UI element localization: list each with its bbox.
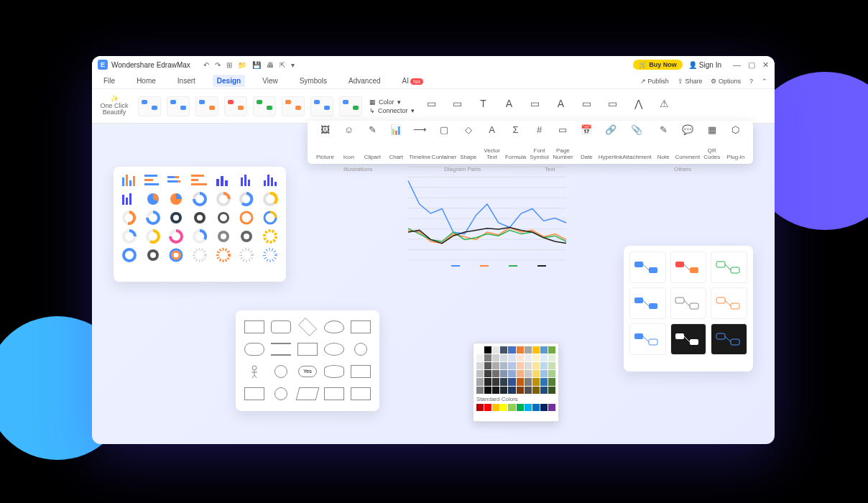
mini-chart[interactable]	[191, 173, 208, 188]
icon-button[interactable]: ☺Icon	[337, 124, 361, 160]
color-swatch[interactable]	[532, 354, 540, 361]
flow-style-5[interactable]	[253, 96, 276, 116]
tab-advanced[interactable]: Advanced	[344, 75, 384, 87]
color-swatch[interactable]	[525, 362, 532, 369]
color-swatch[interactable]	[508, 370, 515, 377]
color-swatch[interactable]	[484, 404, 491, 411]
mini-donut[interactable]	[121, 248, 138, 262]
color-swatch[interactable]	[500, 362, 507, 369]
tab-home[interactable]: Home	[132, 75, 160, 87]
sign-in-button[interactable]: 👤 Sign In	[688, 61, 721, 69]
page5-icon[interactable]: ▭	[604, 98, 622, 115]
color-swatch[interactable]	[525, 354, 532, 361]
tab-symbols[interactable]: Symbols	[295, 75, 331, 87]
mini-pie[interactable]	[144, 192, 162, 206]
timeline-button[interactable]: ⟶Timeline	[408, 124, 432, 160]
mini-donut[interactable]	[191, 211, 208, 225]
mini-donut[interactable]	[191, 192, 208, 206]
mini-donut[interactable]	[238, 192, 255, 206]
mini-donut[interactable]	[121, 229, 138, 244]
flow-style-3[interactable]	[195, 96, 218, 116]
flow-style-1[interactable]	[138, 96, 161, 116]
color-swatch[interactable]	[492, 346, 499, 354]
theme-item[interactable]	[629, 323, 666, 355]
flow-style-4[interactable]	[224, 96, 247, 116]
color-swatch[interactable]	[525, 370, 532, 377]
color-swatch[interactable]	[540, 346, 548, 354]
more-icon[interactable]: ▾	[291, 61, 295, 69]
mini-donut[interactable]	[215, 192, 232, 206]
color-swatch[interactable]	[508, 404, 515, 411]
color-swatch[interactable]	[548, 387, 555, 394]
color-swatch[interactable]	[492, 362, 499, 369]
color-swatch[interactable]	[517, 354, 524, 361]
color-swatch[interactable]	[540, 354, 548, 361]
shape-pill[interactable]	[244, 343, 264, 356]
color-swatch[interactable]	[532, 362, 540, 369]
mini-donut[interactable]	[167, 229, 185, 244]
tab-ai[interactable]: AIhot	[398, 75, 428, 87]
mini-donut[interactable]	[144, 248, 162, 262]
tab-insert[interactable]: Insert	[173, 75, 200, 87]
color-swatch[interactable]	[548, 404, 555, 411]
hyperlink-button[interactable]: 🔗Hyperlink	[599, 124, 622, 160]
container-button[interactable]: ▢Container	[432, 124, 457, 160]
color-dropdown[interactable]: ▦ Color ▾	[369, 98, 415, 106]
open-icon[interactable]: 📁	[238, 61, 246, 69]
color-swatch[interactable]	[476, 370, 484, 377]
color-swatch[interactable]	[500, 378, 507, 385]
shape-process[interactable]	[271, 343, 291, 356]
mini-donut[interactable]	[167, 248, 185, 262]
comment-button[interactable]: 💬Comment	[675, 124, 701, 160]
color-swatch[interactable]	[492, 354, 499, 361]
color-swatch[interactable]	[484, 387, 491, 394]
color-swatch[interactable]	[517, 378, 524, 385]
font2-icon[interactable]: A	[553, 98, 570, 115]
shape-stick-figure[interactable]	[244, 365, 264, 378]
mini-donut[interactable]	[215, 248, 232, 262]
shape-person[interactable]	[274, 365, 287, 378]
color-swatch[interactable]	[532, 387, 540, 394]
color-swatch[interactable]	[548, 346, 555, 354]
mini-chart[interactable]	[144, 173, 162, 188]
mini-donut[interactable]	[144, 229, 162, 244]
page-number-button[interactable]: ▭Page Number	[551, 124, 575, 160]
flow-style-7[interactable]	[310, 96, 333, 116]
shape-rect2[interactable]	[351, 320, 371, 333]
mini-donut[interactable]	[262, 229, 279, 244]
attachment-button[interactable]: 📎Attachment	[622, 124, 651, 160]
color-swatch[interactable]	[500, 404, 507, 411]
chart-button[interactable]: 📊Chart	[384, 124, 408, 160]
color-swatch[interactable]	[532, 370, 540, 377]
color-swatch[interactable]	[525, 346, 532, 354]
theme-item[interactable]	[711, 287, 747, 319]
color-swatch[interactable]	[548, 378, 555, 385]
plugin-button[interactable]: ⬡Plug-in	[724, 124, 747, 160]
mini-chart[interactable]	[215, 173, 232, 188]
color-swatch[interactable]	[517, 362, 524, 369]
color-swatch[interactable]	[517, 346, 524, 354]
flow-style-6[interactable]	[282, 96, 305, 116]
close-icon[interactable]: ✕	[762, 60, 769, 70]
color-swatch[interactable]	[540, 370, 548, 377]
mini-chart[interactable]	[262, 173, 279, 188]
publish-button[interactable]: ↗ Publish	[640, 78, 669, 85]
redo-icon[interactable]: ↷	[215, 61, 221, 69]
color-swatch[interactable]	[476, 362, 484, 369]
color-swatch[interactable]	[484, 346, 491, 354]
theme-item[interactable]	[711, 251, 747, 283]
save-icon[interactable]: 💾	[252, 61, 261, 69]
color-swatch[interactable]	[540, 378, 548, 385]
theme-item[interactable]	[629, 287, 666, 319]
flow-style-2[interactable]	[167, 96, 190, 116]
shape-rect[interactable]	[244, 320, 264, 333]
picture-button[interactable]: 🖼Picture	[313, 124, 337, 160]
text-icon[interactable]: T	[475, 98, 492, 115]
color-swatch[interactable]	[492, 378, 499, 385]
mini-donut[interactable]	[238, 229, 255, 244]
color-swatch[interactable]	[525, 387, 532, 394]
font-icon[interactable]: A	[501, 98, 518, 115]
color-swatch[interactable]	[532, 404, 540, 411]
color-swatch[interactable]	[548, 370, 555, 377]
shape-circle[interactable]	[354, 343, 367, 356]
